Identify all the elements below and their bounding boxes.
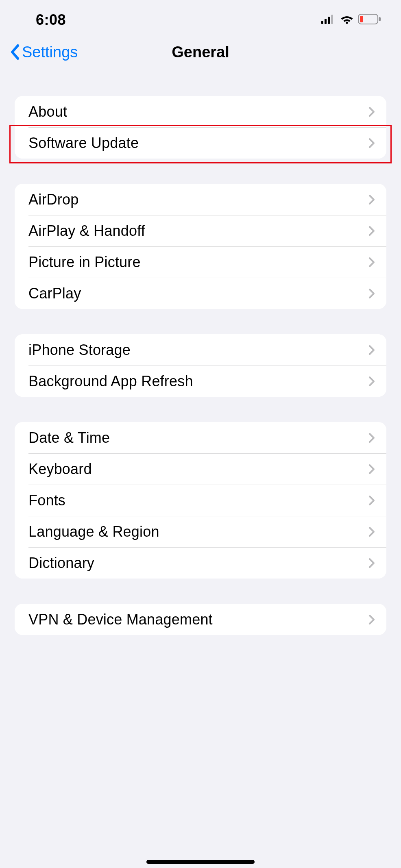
chevron-right-icon	[368, 558, 375, 568]
row-label: Dictionary	[28, 555, 94, 572]
chevron-right-icon	[368, 614, 375, 625]
chevron-right-icon	[368, 433, 375, 443]
group-4: VPN & Device Management	[15, 604, 386, 635]
chevron-right-icon	[368, 138, 375, 148]
home-indicator	[146, 860, 255, 864]
group-2: iPhone Storage Background App Refresh	[15, 334, 386, 397]
back-label: Settings	[22, 44, 78, 61]
row-label: CarPlay	[28, 285, 81, 302]
row-carplay[interactable]: CarPlay	[15, 278, 386, 309]
chevron-right-icon	[368, 288, 375, 299]
row-background-app-refresh[interactable]: Background App Refresh	[15, 365, 386, 397]
chevron-right-icon	[368, 376, 375, 387]
row-airplay-handoff[interactable]: AirPlay & Handoff	[15, 215, 386, 246]
svg-rect-3	[331, 15, 333, 24]
row-language-region[interactable]: Language & Region	[15, 516, 386, 547]
row-picture-in-picture[interactable]: Picture in Picture	[15, 246, 386, 278]
chevron-right-icon	[368, 345, 375, 355]
chevron-right-icon	[368, 194, 375, 205]
battery-low-icon	[358, 14, 381, 26]
status-time: 6:08	[36, 11, 66, 28]
row-label: About	[28, 103, 67, 120]
svg-rect-1	[325, 19, 327, 24]
status-indicators	[321, 14, 381, 26]
row-label: Keyboard	[28, 461, 92, 478]
nav-bar: Settings General	[0, 33, 401, 72]
cellular-icon	[321, 14, 336, 26]
row-label: iPhone Storage	[28, 342, 131, 359]
chevron-right-icon	[368, 464, 375, 474]
group-0: About Software Update	[15, 96, 386, 159]
row-keyboard[interactable]: Keyboard	[15, 453, 386, 485]
svg-rect-2	[328, 17, 330, 24]
row-vpn-device-management[interactable]: VPN & Device Management	[15, 604, 386, 635]
group-3: Date & Time Keyboard Fonts Language & Re…	[15, 422, 386, 579]
svg-rect-7	[379, 17, 381, 21]
chevron-right-icon	[368, 226, 375, 236]
row-label: AirPlay & Handoff	[28, 222, 145, 239]
row-label: Picture in Picture	[28, 254, 141, 271]
group-1: AirDrop AirPlay & Handoff Picture in Pic…	[15, 184, 386, 309]
row-dictionary[interactable]: Dictionary	[15, 547, 386, 579]
svg-point-4	[346, 22, 348, 24]
row-airdrop[interactable]: AirDrop	[15, 184, 386, 215]
row-label: Software Update	[28, 135, 139, 152]
row-label: Language & Region	[28, 523, 159, 540]
chevron-left-icon	[10, 44, 20, 60]
back-button[interactable]: Settings	[10, 44, 78, 61]
row-label: Background App Refresh	[28, 373, 193, 390]
status-bar: 6:08	[0, 0, 401, 33]
svg-rect-0	[321, 21, 323, 24]
row-software-update[interactable]: Software Update	[15, 127, 386, 159]
chevron-right-icon	[368, 257, 375, 268]
row-iphone-storage[interactable]: iPhone Storage	[15, 334, 386, 365]
row-label: VPN & Device Management	[28, 611, 213, 628]
wifi-icon	[340, 14, 354, 26]
chevron-right-icon	[368, 107, 375, 117]
row-label: AirDrop	[28, 191, 78, 208]
settings-content: About Software Update AirDrop AirPlay & …	[0, 72, 401, 635]
row-label: Date & Time	[28, 429, 110, 446]
chevron-right-icon	[368, 495, 375, 506]
chevron-right-icon	[368, 526, 375, 537]
row-fonts[interactable]: Fonts	[15, 485, 386, 516]
row-about[interactable]: About	[15, 96, 386, 127]
svg-rect-6	[360, 16, 363, 22]
row-label: Fonts	[28, 492, 65, 509]
row-date-time[interactable]: Date & Time	[15, 422, 386, 453]
